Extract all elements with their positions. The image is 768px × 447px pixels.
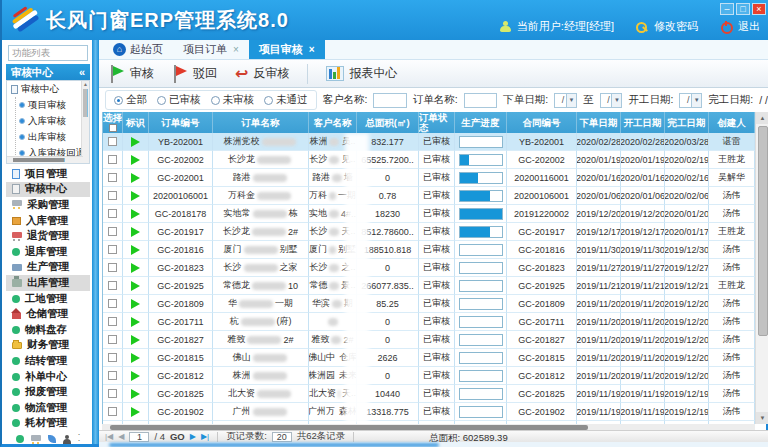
tree-vertical-scrollbar[interactable]: ▲ [81, 81, 89, 163]
select-all-checkbox[interactable] [109, 124, 117, 132]
cart-icon[interactable] [31, 435, 41, 441]
row-checkbox[interactable] [108, 173, 117, 182]
row-checkbox[interactable] [108, 245, 117, 254]
sidebar-item-6[interactable]: 退库管理 [6, 244, 90, 260]
sidebar-item-7[interactable]: 生产管理 [6, 260, 90, 276]
page-number-input[interactable]: 1 [129, 432, 149, 442]
vertical-scrollbar[interactable]: ▲ ▼ [755, 112, 768, 424]
scroll-up-icon[interactable]: ▲ [756, 112, 768, 124]
sidebar-splitter[interactable] [92, 40, 99, 444]
table-row[interactable]: GC-2018178实地常栋实地4#..18230已审核201912200022… [103, 205, 755, 223]
order-date-to-input[interactable]: / /▼ [600, 93, 623, 108]
order-name-input[interactable] [464, 93, 497, 108]
select-cell[interactable] [103, 331, 123, 349]
select-cell[interactable] [103, 349, 123, 367]
sidebar-item-17[interactable]: 耗材管理 [6, 416, 90, 432]
go-button[interactable]: GO [170, 431, 185, 442]
table-row[interactable]: GC-201812株洲株洲园未来0已审核GC-2018122019/11/202… [103, 367, 755, 385]
sidebar-item-1[interactable]: 项目管理 [6, 166, 90, 182]
select-cell[interactable] [103, 313, 123, 331]
row-checkbox[interactable] [108, 317, 117, 326]
column-header-10[interactable]: 下单日期 [577, 112, 621, 133]
select-cell[interactable] [103, 403, 123, 421]
select-cell[interactable] [103, 169, 123, 187]
select-cell[interactable] [103, 133, 123, 151]
next-page-icon[interactable]: ▶ [190, 432, 196, 442]
change-password-link[interactable]: 修改密码 [654, 19, 698, 34]
sidebar-item-2[interactable]: 审核中心 [6, 182, 90, 198]
tree-root[interactable]: 审核中心 [7, 81, 89, 97]
collapse-icon[interactable]: « [79, 64, 85, 80]
prev-page-icon[interactable]: ◀ [118, 432, 124, 442]
radio-option-1[interactable]: 全部 [114, 93, 147, 107]
row-checkbox[interactable] [108, 227, 117, 236]
first-page-icon[interactable]: |◀ [105, 432, 113, 442]
column-header-4[interactable]: 订单名称 [213, 112, 309, 133]
row-checkbox[interactable] [108, 407, 117, 416]
radio-option-4[interactable]: 未通过 [264, 93, 308, 107]
more-icon[interactable]: ⁚ [78, 435, 81, 443]
column-header-12[interactable]: 完工日期 [665, 112, 709, 133]
toolbar-button-4[interactable]: 报表中心 [326, 65, 397, 82]
select-cell[interactable] [103, 223, 123, 241]
select-cell[interactable] [103, 385, 123, 403]
toolbar-button-3[interactable]: ↩反审核 [235, 65, 289, 82]
table-row[interactable]: GC-201711杭(府)0已审核GC-2017112019/11/202019… [103, 313, 755, 331]
table-row[interactable]: GC-201902广州广州万森林13318.775已审核GC-201902201… [103, 403, 755, 421]
tab-3[interactable]: 项目审核× [249, 40, 325, 59]
start-date-input[interactable]: / /▼ [679, 93, 702, 108]
sidebar-item-4[interactable]: 入库管理 [6, 213, 90, 229]
column-header-1[interactable]: 选择 [103, 112, 123, 133]
vertical-scroll-thumb[interactable] [758, 126, 768, 336]
row-checkbox[interactable] [108, 353, 117, 362]
row-checkbox[interactable] [108, 209, 117, 218]
select-cell[interactable] [103, 241, 123, 259]
row-checkbox[interactable] [108, 371, 117, 380]
sidebar-item-12[interactable]: 财务管理 [6, 338, 90, 354]
select-cell[interactable] [103, 205, 123, 223]
radio-option-3[interactable]: 未审核 [211, 93, 255, 107]
table-row[interactable]: 20200106001万科金万科一期0.78已审核202001060012020… [103, 187, 755, 205]
toolbar-button-2[interactable]: 驳回 [172, 65, 217, 83]
sidebar-item-16[interactable]: 物流管理 [6, 400, 90, 416]
sidebar-item-15[interactable]: 报废管理 [6, 384, 90, 400]
sidebar-item-14[interactable]: 补单中心 [6, 369, 90, 385]
row-checkbox[interactable] [108, 155, 117, 164]
sidebar-item-5[interactable]: 退货管理 [6, 228, 90, 244]
last-page-icon[interactable]: ▶| [201, 432, 209, 442]
table-row[interactable]: GC-201809华一期华滨期85.25已审核GC-2018092019/11/… [103, 295, 755, 313]
tab-close-icon[interactable]: × [233, 44, 239, 55]
toolbar-button-1[interactable]: 审核 [109, 65, 154, 83]
column-header-5[interactable]: 客户名称 [309, 112, 357, 133]
select-cell[interactable] [103, 277, 123, 295]
sidebar-item-8[interactable]: 出库管理 [6, 275, 90, 291]
customer-name-input[interactable] [373, 93, 406, 108]
row-checkbox[interactable] [108, 299, 117, 308]
table-row[interactable]: GC-201823长沙之家长沙之..0已审核GC-2018232019/11/2… [103, 259, 755, 277]
tab-2[interactable]: 项目订单× [173, 40, 249, 59]
tab-1[interactable]: ⌂起始页 [103, 40, 173, 59]
tree-item-3[interactable]: 出库审核 [16, 129, 89, 145]
function-search-input[interactable]: 功能列表 [8, 45, 88, 61]
sidebar-item-3[interactable]: 采购管理 [6, 197, 90, 213]
maximize-button[interactable]: □ [736, 3, 750, 15]
chevron-down-icon[interactable]: ▼ [611, 94, 621, 107]
row-checkbox[interactable] [108, 389, 117, 398]
table-row[interactable]: GC-201917长沙龙2#长沙天..8512.78600..已审核GC-201… [103, 223, 755, 241]
tree-horizontal-scrollbar[interactable] [7, 156, 83, 163]
column-header-11[interactable]: 开工日期 [621, 112, 665, 133]
sidebar-item-11[interactable]: 物料盘存 [6, 322, 90, 338]
row-checkbox[interactable] [108, 191, 117, 200]
table-row[interactable]: GC-201815佛山佛山中仓库2626已审核GC-2018152019/11/… [103, 349, 755, 367]
row-checkbox[interactable] [108, 335, 117, 344]
tab-close-icon[interactable]: × [309, 44, 315, 55]
column-header-13[interactable]: 创建人 [709, 112, 755, 133]
sidebar-item-9[interactable]: 工地管理 [6, 291, 90, 307]
dot-green-icon[interactable] [16, 435, 24, 443]
table-row[interactable]: GC-202002长沙龙长沙见..65525.7200..已审核GC-20200… [103, 151, 755, 169]
select-cell[interactable] [103, 295, 123, 313]
select-cell[interactable] [103, 187, 123, 205]
column-header-6[interactable]: 总面积(㎡) [357, 112, 419, 133]
table-row[interactable]: GC-201825北大资北大资天..10440已审核GC-2018252019/… [103, 385, 755, 403]
minimize-button[interactable]: – [720, 3, 734, 15]
